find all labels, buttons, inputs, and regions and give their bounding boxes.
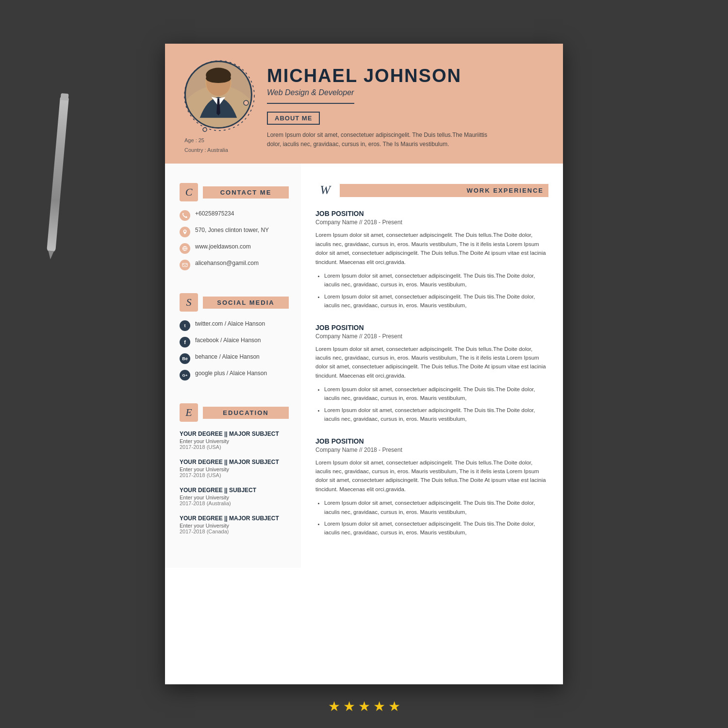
pen-decoration <box>47 97 69 252</box>
job-bullets-2: Lorem Ipsum dolor sit amet, consectetuer… <box>315 385 548 424</box>
job-desc-1: Lorem Ipsum dolor sit amet, consectetuer… <box>315 231 548 266</box>
social-behance: Be behance / Alaice Hanson <box>180 353 289 364</box>
job-bullet-2-2: Lorem Ipsum dolor sit amet, consectetuer… <box>324 406 548 424</box>
edu-university-2: Enter your University <box>180 466 289 472</box>
edu-year-2: 2017-2018 (USA) <box>180 472 289 478</box>
social-twitter: t twitter.com / Alaice Hanson <box>180 320 289 331</box>
job-position-1: JOB POSITION <box>315 210 548 217</box>
about-text: Lorem Ipsum dolor sit amet, consectetuer… <box>267 131 500 149</box>
social-letter: S <box>180 293 198 312</box>
job-item-2: JOB POSITION Company Name // 2018 - Pres… <box>315 324 548 424</box>
star-2: ★ <box>343 698 355 714</box>
contact-title: CONTACT ME <box>203 186 289 199</box>
title-underline <box>267 103 354 104</box>
left-column: C CONTACT ME +60258975234 570, Jones cli… <box>165 164 301 567</box>
job-bullets-3: Lorem Ipsum dolor sit amet, consectetuer… <box>315 498 548 537</box>
work-title: WORK EXPERIENCE <box>340 184 548 197</box>
svg-point-7 <box>203 128 207 132</box>
job-position-3: JOB POSITION <box>315 437 548 445</box>
phone-text: +60258975234 <box>195 210 234 217</box>
contact-section-header: C CONTACT ME <box>180 183 289 201</box>
country-label: Country : Australia <box>184 146 228 155</box>
svg-rect-10 <box>182 264 187 267</box>
age-label: Age : 25 <box>184 136 228 146</box>
pen-tip <box>48 250 54 260</box>
edu-item-3: YOUR DEGREE || SUBJECT Enter your Univer… <box>180 487 289 506</box>
candidate-name: MICHAEL JOHNSON <box>267 66 544 86</box>
edu-degree-3: YOUR DEGREE || SUBJECT <box>180 487 289 494</box>
edu-item-1: YOUR DEGREE || MAJOR SUBJECT Enter your … <box>180 430 289 450</box>
profile-photo <box>184 61 252 129</box>
contact-website: www.joeldawson.com <box>180 243 289 254</box>
job-desc-3: Lorem Ipsum dolor sit amet, consectetuer… <box>315 458 548 494</box>
education-letter: E <box>180 403 198 422</box>
edu-degree-1: YOUR DEGREE || MAJOR SUBJECT <box>180 430 289 437</box>
job-desc-2: Lorem Ipsum dolor sit amet, consectetuer… <box>315 345 548 381</box>
facebook-text: facebook / Alaice Hanson <box>195 337 261 344</box>
website-icon <box>180 243 190 254</box>
edu-degree-2: YOUR DEGREE || MAJOR SUBJECT <box>180 459 289 465</box>
job-bullets-1: Lorem Ipsum dolor sit amet, consectetuer… <box>315 271 548 310</box>
edu-year-3: 2017-2018 (Australia) <box>180 500 289 506</box>
behance-text: behance / Alaice Hanson <box>195 353 260 360</box>
job-item-3: JOB POSITION Company Name // 2018 - Pres… <box>315 437 548 537</box>
address-icon <box>180 227 190 237</box>
job-bullet-3-2: Lorem Ipsum dolor sit amet, consectetuer… <box>324 519 548 537</box>
job-company-3: Company Name // 2018 - Present <box>315 447 548 453</box>
edu-year-1: 2017-2018 (USA) <box>180 444 289 450</box>
behance-icon: Be <box>180 353 190 364</box>
resume-body: C CONTACT ME +60258975234 570, Jones cli… <box>165 164 563 567</box>
education-title: EDUCATION <box>203 407 289 419</box>
edu-degree-4: YOUR DEGREE || MAJOR SUBJECT <box>180 515 289 522</box>
rating-stars: ★ ★ ★ ★ ★ <box>328 698 400 714</box>
edu-item-2: YOUR DEGREE || MAJOR SUBJECT Enter your … <box>180 459 289 478</box>
edu-university-3: Enter your University <box>180 495 289 500</box>
page-wrapper: Age : 25 Country : Australia MICHAEL JOH… <box>0 0 728 728</box>
edu-university-1: Enter your University <box>180 438 289 444</box>
education-section-header: E EDUCATION <box>180 403 289 422</box>
contact-phone: +60258975234 <box>180 210 289 221</box>
edu-item-4: YOUR DEGREE || MAJOR SUBJECT Enter your … <box>180 515 289 534</box>
website-text: www.joeldawson.com <box>195 243 251 250</box>
edu-year-4: 2017-2018 (Canada) <box>180 529 289 534</box>
work-section-header: W WORK EXPERIENCE <box>315 181 548 200</box>
job-bullet-3-1: Lorem Ipsum dolor sit amet, consectetuer… <box>324 498 548 516</box>
email-text: alicehanson@gamil.com <box>195 260 259 266</box>
resume-header: Age : 25 Country : Australia MICHAEL JOH… <box>165 44 563 164</box>
social-facebook: f facebook / Alaice Hanson <box>180 337 289 347</box>
pen-top <box>60 93 68 100</box>
phone-icon <box>180 210 190 221</box>
job-item-1: JOB POSITION Company Name // 2018 - Pres… <box>315 210 548 310</box>
job-bullet-1-1: Lorem Ipsum dolor sit amet, consectetuer… <box>324 271 548 289</box>
star-4: ★ <box>373 698 385 714</box>
job-company-1: Company Name // 2018 - Present <box>315 219 548 226</box>
job-company-2: Company Name // 2018 - Present <box>315 333 548 340</box>
twitter-text: twitter.com / Alaice Hanson <box>195 320 265 327</box>
job-bullet-2-1: Lorem Ipsum dolor sit amet, consectetuer… <box>324 385 548 403</box>
job-position-2: JOB POSITION <box>315 324 548 331</box>
twitter-icon: t <box>180 320 190 331</box>
personal-info: Age : 25 Country : Australia <box>184 136 228 155</box>
star-5: ★ <box>388 698 400 714</box>
google-icon: G+ <box>180 370 190 381</box>
star-3: ★ <box>358 698 370 714</box>
contact-address: 570, Jones clinton tower, NY <box>180 227 289 237</box>
social-section-header: S SOCIAL MEDIA <box>180 293 289 312</box>
facebook-icon: f <box>180 337 190 347</box>
edu-university-4: Enter your University <box>180 523 289 529</box>
contact-email: alicehanson@gamil.com <box>180 260 289 270</box>
right-column: W WORK EXPERIENCE JOB POSITION Company N… <box>301 164 563 567</box>
social-title: SOCIAL MEDIA <box>203 297 289 309</box>
email-icon <box>180 260 190 270</box>
header-right: MICHAEL JOHNSON Web Design & Developer A… <box>267 61 544 149</box>
candidate-title: Web Design & Developer <box>267 88 544 97</box>
social-googleplus: G+ google plus / Alaice Hanson <box>180 370 289 381</box>
job-bullet-1-2: Lorem Ipsum dolor sit amet, consectetuer… <box>324 292 548 310</box>
work-letter: W <box>315 181 335 200</box>
googleplus-text: google plus / Alaice Hanson <box>195 370 267 377</box>
about-me-button: ABOUT ME <box>267 112 320 125</box>
svg-point-4 <box>206 74 231 83</box>
star-1: ★ <box>328 698 340 714</box>
address-text: 570, Jones clinton tower, NY <box>195 227 269 233</box>
resume-paper: Age : 25 Country : Australia MICHAEL JOH… <box>165 44 563 684</box>
